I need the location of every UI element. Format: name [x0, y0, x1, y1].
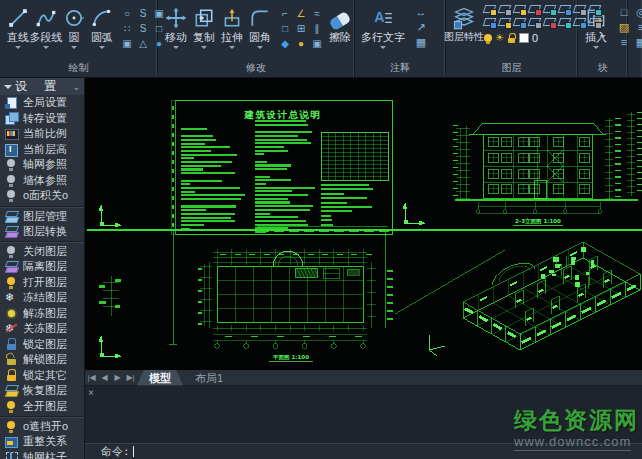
point-icon[interactable]	[119, 21, 135, 36]
layer-tool-icon[interactable]	[482, 3, 496, 15]
layer-panel-label[interactable]: 图层	[446, 61, 577, 77]
copy-button[interactable]: 复制	[190, 3, 218, 52]
stretch-button[interactable]: 拉伸	[218, 3, 246, 52]
fillet-button[interactable]: 圆角	[246, 3, 274, 52]
layer-tool-icon[interactable]	[557, 3, 571, 15]
sidebar-item[interactable]: 图层转换	[0, 224, 84, 240]
sidebar-item[interactable]: o遮挡开o	[0, 416, 84, 434]
tool-icon[interactable]	[630, 5, 642, 20]
layer-tool-icon[interactable]	[527, 16, 541, 28]
ellipse-icon[interactable]	[119, 6, 135, 21]
sidebar-item[interactable]: 隔离图层	[0, 259, 84, 275]
break-icon[interactable]	[293, 36, 309, 51]
drawing-viewport[interactable]: 建筑设计总说明 2-3立面图 1:100 平面图 1:100	[85, 78, 642, 370]
layer-tool-icon[interactable]	[482, 16, 496, 28]
sidebar-item[interactable]: 解冻图层	[0, 306, 84, 322]
layer-properties-button[interactable]: 图层特性	[450, 3, 478, 43]
first-tab-button[interactable]	[85, 370, 98, 386]
rollup-icon[interactable]	[72, 82, 80, 92]
layer-tool-icon[interactable]	[512, 16, 526, 28]
next-tab-button[interactable]	[111, 370, 124, 386]
layer-tool-icon[interactable]	[542, 16, 556, 28]
polygon-icon[interactable]	[135, 36, 151, 51]
offset-icon[interactable]	[277, 21, 293, 36]
sidebar-item[interactable]: 全局设置	[0, 95, 84, 111]
close-icon[interactable]	[88, 387, 94, 398]
tab-layout1[interactable]: 布局1	[183, 370, 235, 386]
trim-icon[interactable]	[277, 6, 293, 21]
mirror-icon[interactable]	[309, 21, 325, 36]
spline-fit-icon[interactable]	[135, 21, 151, 36]
hatch-icon[interactable]	[119, 36, 135, 51]
sidebar-item[interactable]: 当前层高	[0, 142, 84, 158]
layer-tool-icon[interactable]	[557, 16, 571, 28]
chevron-down-icon[interactable]	[257, 46, 263, 52]
chevron-down-icon[interactable]	[229, 46, 235, 52]
layer-tool-icon[interactable]	[572, 3, 586, 15]
dimension-icon[interactable]	[410, 5, 432, 20]
sidebar-item[interactable]: o面积关o	[0, 188, 84, 204]
layer-lock-icon[interactable]	[507, 33, 516, 43]
palette-header[interactable]: 设 置	[0, 78, 84, 95]
sidebar-item[interactable]: 当前比例	[0, 126, 84, 142]
layer-tool-icon[interactable]	[542, 3, 556, 15]
sidebar-item[interactable]: 恢复图层	[0, 383, 84, 399]
last-tab-button[interactable]	[124, 370, 137, 386]
explode-icon[interactable]	[277, 36, 293, 51]
mtext-button[interactable]: A 多行文字	[359, 3, 407, 52]
chevron-down-icon[interactable]	[15, 46, 21, 52]
sidebar-item[interactable]: 重整关系	[0, 434, 84, 450]
sidebar-item[interactable]: 全开图层	[0, 399, 84, 415]
join-icon[interactable]	[309, 36, 325, 51]
chevron-down-icon[interactable]	[99, 46, 105, 52]
layer-tool-icon[interactable]	[572, 16, 586, 28]
sidebar-item[interactable]: 锁定图层	[0, 337, 84, 353]
chevron-down-icon[interactable]	[380, 46, 386, 52]
move-button[interactable]: 移动	[162, 3, 190, 52]
layer-tool-icon[interactable]	[527, 3, 541, 15]
layer-tool-icon[interactable]	[587, 16, 601, 28]
sidebar-item[interactable]: 转存设置	[0, 111, 84, 127]
erase-button[interactable]: 擦除	[326, 3, 354, 43]
sidebar-item[interactable]: 墙体参照	[0, 173, 84, 189]
prev-tab-button[interactable]	[98, 370, 111, 386]
sidebar-item[interactable]: 锁定其它	[0, 368, 84, 384]
rotate-icon[interactable]	[293, 6, 309, 21]
modify-panel-label[interactable]: 修改	[158, 61, 354, 77]
chevron-down-icon[interactable]	[201, 46, 207, 52]
chevron-down-icon[interactable]	[4, 85, 12, 93]
sidebar-item[interactable]: 打开图层	[0, 275, 84, 291]
chevron-down-icon[interactable]	[43, 46, 49, 52]
block-panel-label[interactable]: 块	[578, 61, 627, 77]
tool-icon[interactable]	[630, 35, 642, 50]
sidebar-item[interactable]: 轴网柱子	[0, 450, 84, 459]
chevron-down-icon[interactable]	[71, 46, 77, 52]
layer-tool-icon[interactable]	[587, 3, 601, 15]
scale-icon[interactable]	[309, 6, 325, 21]
layer-tool-icon[interactable]	[497, 3, 511, 15]
layer-thaw-icon[interactable]	[495, 33, 504, 43]
spline-icon[interactable]	[135, 6, 151, 21]
sidebar-item[interactable]: 轴网参照	[0, 157, 84, 173]
sidebar-item[interactable]: 冻结图层	[0, 290, 84, 306]
layer-tool-icon[interactable]	[512, 3, 526, 15]
chevron-down-icon[interactable]	[173, 46, 179, 52]
table-icon[interactable]	[410, 35, 432, 50]
line-button[interactable]: 直线	[4, 3, 32, 52]
chevron-down-icon[interactable]	[593, 46, 599, 52]
tab-model[interactable]: 模型	[137, 370, 183, 386]
annotate-panel-label[interactable]: 注释	[355, 61, 445, 77]
draw-panel-label[interactable]: 绘制	[0, 61, 157, 77]
layer-on-icon[interactable]	[484, 34, 492, 42]
layer-tool-icon[interactable]	[497, 16, 511, 28]
sidebar-item[interactable]: 解锁图层	[0, 352, 84, 368]
sidebar-item[interactable]: 图层管理	[0, 206, 84, 224]
tool-icon[interactable]	[630, 20, 642, 35]
leader-icon[interactable]	[410, 20, 432, 35]
sidebar-item[interactable]: 关冻图层	[0, 321, 84, 337]
sidebar-item[interactable]: 关闭图层	[0, 241, 84, 259]
arc-button[interactable]: 圆弧	[88, 3, 116, 52]
layer-color-swatch[interactable]	[519, 33, 529, 43]
polyline-button[interactable]: 多段线	[32, 3, 60, 52]
circle-button[interactable]: 圆	[60, 3, 88, 52]
